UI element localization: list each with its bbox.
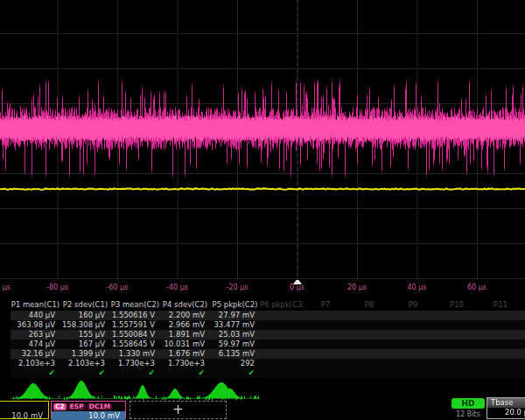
parameter-header-1[interactable]: P1 mean(C1) bbox=[10, 298, 60, 311]
timebase-title: Tbase bbox=[487, 398, 525, 408]
measurement-cell: 155 µV bbox=[60, 330, 110, 340]
c1-scale-value: 10.0 mV bbox=[0, 411, 48, 420]
parameter-header-4[interactable]: P4 sdev(C2) bbox=[160, 298, 210, 311]
add-trace-button[interactable]: + bbox=[130, 401, 227, 419]
measurement-cell bbox=[391, 340, 435, 349]
measurement-cell bbox=[391, 330, 435, 340]
measurement-cell bbox=[479, 349, 522, 359]
table-row: 2.103e+32.103e+31.730e+31.730e+3292 bbox=[10, 359, 525, 368]
measurement-cell: 1.550616 V bbox=[110, 311, 160, 320]
measurement-cell bbox=[347, 340, 391, 349]
plus-icon: + bbox=[172, 403, 184, 416]
measurement-cell bbox=[435, 311, 479, 320]
table-row: 440 µV160 µV1.550616 V2.200 mV27.97 mV bbox=[10, 311, 525, 320]
parameter-header-3[interactable]: P3 mean(C2) bbox=[110, 298, 160, 311]
c2-scale-value: 10.0 mV bbox=[52, 411, 125, 420]
measurement-cell bbox=[435, 340, 479, 349]
measurement-cell: 292 bbox=[210, 359, 260, 368]
time-tick-label: 60 µs bbox=[467, 284, 486, 291]
table-row: P1 mean(C1)P2 sdev(C1)P3 mean(C2)P4 sdev… bbox=[10, 298, 525, 311]
measurement-cell: 1.558645 V bbox=[110, 340, 160, 349]
measurement-cell bbox=[304, 320, 347, 330]
waveform-canvas bbox=[0, 0, 525, 280]
measurement-cell bbox=[347, 359, 391, 368]
table-row: 32.16 µV1.399 µV1.330 mV1.676 mV6.135 mV bbox=[10, 349, 525, 359]
measurement-cell bbox=[479, 340, 522, 349]
waveform-display[interactable] bbox=[0, 0, 525, 280]
measurement-cell: 6.135 mV bbox=[210, 349, 260, 359]
measurement-cell bbox=[260, 359, 304, 368]
measurement-cell bbox=[391, 320, 435, 330]
parameter-header-9[interactable]: P9 bbox=[391, 298, 435, 311]
measurement-cell bbox=[347, 349, 391, 359]
parameter-header-7[interactable]: P7 bbox=[304, 298, 347, 311]
measurement-cell: 1.676 mV bbox=[160, 349, 210, 359]
measurement-cell bbox=[260, 330, 304, 340]
parameter-header-8[interactable]: P8 bbox=[347, 298, 391, 311]
measurement-cell: 1.557591 V bbox=[110, 320, 160, 330]
measurement-cell bbox=[479, 330, 522, 340]
parameter-histicons[interactable] bbox=[0, 377, 525, 401]
measurement-cell bbox=[435, 330, 479, 340]
measurement-cell bbox=[391, 359, 435, 368]
histicon-canvas bbox=[0, 377, 525, 401]
measurement-cell: 2.966 mV bbox=[160, 320, 210, 330]
c2-label-chip: C2 bbox=[53, 403, 66, 410]
measurement-cell bbox=[479, 359, 522, 368]
table-row: 363.98 µV158.308 µV1.557591 V2.966 mV33.… bbox=[10, 320, 525, 330]
measurement-cell bbox=[347, 320, 391, 330]
measurement-cell bbox=[260, 340, 304, 349]
measurement-cell: 32.16 µV bbox=[10, 349, 60, 359]
table-row: 474 µV167 µV1.558645 V10.031 mV59.97 mV bbox=[10, 340, 525, 349]
measurement-cell: 1.730e+3 bbox=[160, 359, 210, 368]
measurement-cell: 25.03 mV bbox=[210, 330, 260, 340]
parameter-header-2[interactable]: P2 sdev(C1) bbox=[60, 298, 110, 311]
time-tick-label: -100 µs bbox=[0, 284, 10, 291]
measurement-cell: 33.477 mV bbox=[210, 320, 260, 330]
measurement-cell: 160 µV bbox=[60, 311, 110, 320]
measurement-cell bbox=[304, 311, 347, 320]
parameter-header-6[interactable]: P6 pkpk(C3) bbox=[260, 298, 304, 311]
measurement-cell bbox=[304, 340, 347, 349]
measurement-cell: 2.200 mV bbox=[160, 311, 210, 320]
parameter-header-11[interactable]: P11 bbox=[479, 298, 522, 311]
timebase-descriptor[interactable]: Tbase 20.0 µs bbox=[486, 397, 525, 419]
hd-bits-label: 12 Bits bbox=[452, 410, 485, 418]
measurement-cell: 1.399 µV bbox=[60, 349, 110, 359]
time-tick-label: -60 µs bbox=[107, 284, 129, 291]
c2-coupling-chip: DC1M bbox=[88, 403, 112, 410]
measurement-cell bbox=[435, 349, 479, 359]
measurement-cell: 2.103e+3 bbox=[60, 359, 110, 368]
measurement-cell bbox=[347, 311, 391, 320]
measurement-cell bbox=[260, 349, 304, 359]
measurement-cell: 2.103e+3 bbox=[10, 359, 60, 368]
parameter-header-5[interactable]: P5 pkpk(C2) bbox=[210, 298, 260, 311]
measurement-cell: 440 µV bbox=[10, 311, 60, 320]
time-tick-label: 0 µs bbox=[290, 284, 304, 291]
channel-c1-descriptor[interactable]: C1 DC1M 10.0 mV bbox=[0, 401, 49, 419]
time-tick-label: 40 µs bbox=[408, 284, 427, 291]
measurement-cell bbox=[391, 311, 435, 320]
measurement-cell bbox=[304, 359, 347, 368]
measurement-cell: 263 µV bbox=[10, 330, 60, 340]
time-axis: -100 µs-80 µs-60 µs-40 µs-20 µs0 µs20 µs… bbox=[0, 280, 525, 296]
measurement-cell bbox=[304, 349, 347, 359]
parameter-header-10[interactable]: P10 bbox=[435, 298, 479, 311]
measurement-cell: 1.330 mV bbox=[110, 349, 160, 359]
measurement-cell: 167 µV bbox=[60, 340, 110, 349]
measurement-cell: 1.550084 V bbox=[110, 330, 160, 340]
measurement-cell: 158.308 µV bbox=[60, 320, 110, 330]
table-row: 263 µV155 µV1.550084 V1.891 mV25.03 mV bbox=[10, 330, 525, 340]
measurement-cell bbox=[479, 311, 522, 320]
hd-mode-badge[interactable]: HD bbox=[452, 398, 485, 409]
measurement-cell bbox=[435, 359, 479, 368]
time-tick-label: -20 µs bbox=[227, 284, 248, 291]
measurement-cell bbox=[347, 330, 391, 340]
measurement-cell bbox=[479, 320, 522, 330]
measurement-cell: 363.98 µV bbox=[10, 320, 60, 330]
measurement-cell bbox=[391, 349, 435, 359]
c2-esp-chip: ESP bbox=[68, 403, 86, 410]
channel-c2-descriptor[interactable]: C2 ESP DC1M 10.0 mV bbox=[51, 401, 126, 419]
measurement-cell bbox=[260, 311, 304, 320]
measurement-cell bbox=[304, 330, 347, 340]
